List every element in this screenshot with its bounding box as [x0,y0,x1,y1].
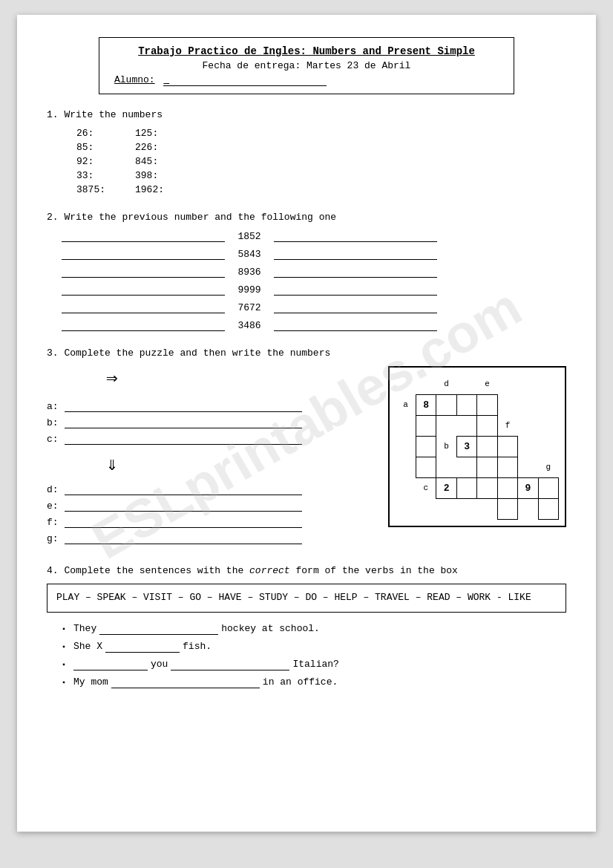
clue-e: e: [47,500,373,512]
cw-empty [436,457,456,477]
next-blank-7672[interactable] [274,301,437,313]
next-blank-8936[interactable] [274,266,437,278]
puzzle-right: d e a 8 [388,366,566,530]
clue-b-line[interactable] [65,417,302,428]
prev-blank-3486[interactable] [62,319,225,331]
cw-cell-a4 [477,394,497,415]
clue-f-line[interactable] [65,516,302,528]
prev-next-row-8936: 8936 [62,266,566,278]
cw-empty [396,477,416,498]
cw-label-b: b [436,436,456,457]
sentence-3-blank1[interactable] [73,659,148,670]
clue-d-label: d: [47,484,62,495]
cw-empty [518,394,538,415]
section-3: 3. Complete the puzzle and then write th… [47,347,566,549]
clue-f-label: f: [47,517,62,528]
section-4-title: 4. Complete the sentences with the corre… [47,565,566,576]
cw-empty [518,373,538,394]
cw-empty [396,498,416,519]
prev-next-row-9999: 9999 [62,284,566,296]
next-blank-5843[interactable] [274,248,437,260]
cw-val-9: 9 [525,483,531,494]
cw-empty [538,373,558,394]
clue-d-line[interactable] [65,483,302,495]
cw-cell-b3 [477,436,497,457]
clue-e-line[interactable] [65,500,302,512]
cw-cell-d3 [416,436,436,457]
verb-box: PLAY – SPEAK – VISIT – GO – HAVE – STUDY… [47,584,566,613]
prev-next-row-1852: 1852 [62,230,566,242]
sentence-1-blank[interactable] [99,623,218,635]
alumno-field[interactable] [163,74,327,86]
cw-label-a: a [396,394,416,415]
page: ESLprintables.com Trabajo Practico de In… [17,15,596,832]
prev-next-row-3486: 3486 [62,319,566,331]
cw-label-f: f [497,415,517,436]
sentence-2-blank[interactable] [105,641,180,653]
prev-blank-5843[interactable] [62,248,225,260]
cw-empty [456,498,476,519]
cw-cell-b2: 3 [456,436,476,457]
clue-a: a: [47,400,373,412]
cw-cell-f6 [497,498,517,519]
puzzle-left: ⇒ a: b: c: ⇓ [47,366,373,549]
cw-empty [538,436,558,457]
cw-row-3: b 3 [396,436,559,457]
cw-cell-c4 [497,477,517,498]
prev-blank-1852[interactable] [62,230,225,242]
cw-cell-e4 [477,457,497,477]
num-1962: 1962: [135,184,164,195]
num-398: 398: [135,170,164,181]
cw-cell-c5: 9 [518,477,538,498]
clue-e-label: e: [47,500,62,512]
sentence-3-blank2[interactable] [171,659,289,670]
num-1852: 1852 [231,231,268,242]
sentence-4-blank[interactable] [111,676,260,688]
next-blank-3486[interactable] [274,319,437,331]
header-alumno: Alumno: [114,74,499,86]
cw-empty [518,457,538,477]
num-7672: 7672 [231,302,268,313]
num-92: 92: [76,156,105,167]
num-125: 125: [135,128,164,139]
clue-f: f: [47,516,373,528]
arrow-down-container: ⇓ [106,452,373,476]
clue-g-label: g: [47,533,62,544]
prev-blank-8936[interactable] [62,266,225,278]
cw-cell-a1: 8 [416,394,436,415]
cw-row-2: f [396,415,559,436]
cw-row-1: a 8 [396,394,559,415]
section-4-title-text: 4. Complete the sentences with the [47,565,243,576]
cw-cell-g6 [538,498,558,519]
clue-a-line[interactable] [65,400,302,412]
num-26: 26: [76,128,105,139]
num-33: 33: [76,170,105,181]
cw-empty [436,415,456,436]
clue-c-line[interactable] [65,433,302,445]
num-8936: 8936 [231,267,268,278]
cw-label-c: c [416,477,436,498]
num-3486: 3486 [231,320,268,331]
next-blank-9999[interactable] [274,284,437,296]
cw-cell-c6 [538,477,558,498]
sentence-3: you Italian? [62,659,566,670]
clue-b: b: [47,417,373,428]
arrow-right-icon: ⇒ [106,368,118,390]
section-1: 1. Write the numbers 26: 85: 92: 33: 387… [47,109,566,195]
section-3-title: 3. Complete the puzzle and then write th… [47,347,566,359]
header-title: Trabajo Practico de Ingles: Numbers and … [114,45,499,57]
arrow-right-container: ⇒ [47,366,373,390]
prev-blank-7672[interactable] [62,301,225,313]
cw-empty [456,415,476,436]
crossword-table: d e a 8 [396,373,559,520]
cw-cell-a2 [436,394,456,415]
clue-g: g: [47,532,373,544]
cw-empty [497,394,517,415]
next-blank-1852[interactable] [274,230,437,242]
numbers-grid: 26: 85: 92: 33: 3875: 125: 226: 845: 398… [76,128,566,195]
section-4-title-italic: correct [249,565,290,576]
clue-g-line[interactable] [65,532,302,544]
cw-row-5: c 2 9 [396,477,559,498]
cw-cell-d2 [416,415,436,436]
prev-blank-9999[interactable] [62,284,225,296]
